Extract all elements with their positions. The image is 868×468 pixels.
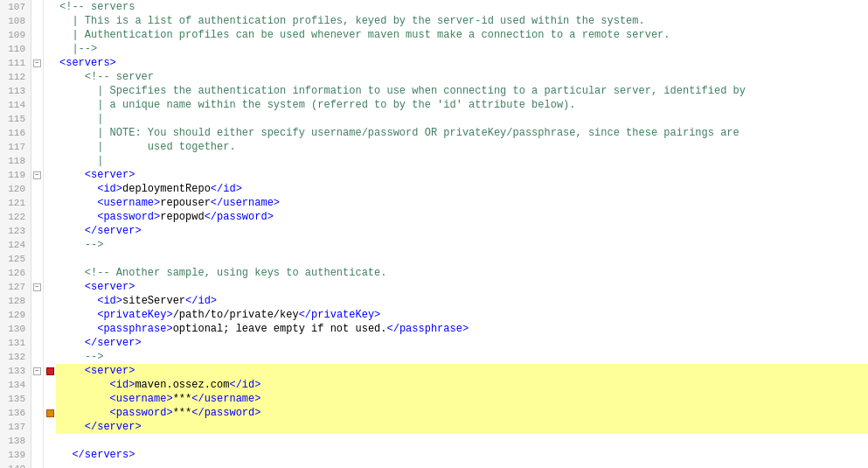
fold-gutter (31, 420, 44, 434)
code-content: <username>***</username> (56, 392, 260, 406)
code-line: 127− <server> (0, 280, 868, 294)
line-number: 134 (0, 378, 31, 392)
code-line: 113 | Specifies the authentication infor… (0, 84, 868, 98)
marker-gutter (44, 420, 56, 434)
code-area[interactable]: 107<!-- servers108 | This is a list of a… (0, 0, 868, 468)
line-number: 110 (0, 42, 31, 56)
marker-gutter (44, 14, 56, 28)
marker-gutter (44, 462, 56, 468)
marker-gutter (44, 98, 56, 112)
code-content: <!-- Another sample, using keys to authe… (56, 266, 386, 280)
line-number: 117 (0, 140, 31, 154)
code-line: 139 </servers> (0, 448, 868, 462)
fold-gutter[interactable]: − (31, 168, 44, 182)
line-number: 127 (0, 280, 31, 294)
code-content: | used together. (56, 140, 236, 154)
code-content: --> (56, 350, 103, 364)
code-line: 122 <password>repopwd</password> (0, 210, 868, 224)
fold-gutter (31, 182, 44, 196)
code-line: 128 <id>siteServer</id> (0, 294, 868, 308)
line-number: 129 (0, 308, 31, 322)
code-content (56, 434, 59, 448)
fold-gutter[interactable]: − (31, 56, 44, 70)
code-line: 134 <id>maven.ossez.com</id> (0, 378, 868, 392)
marker-gutter (44, 224, 56, 238)
code-content: | (56, 112, 103, 126)
code-content: </servers> (56, 448, 135, 462)
marker-gutter (44, 84, 56, 98)
fold-gutter (31, 70, 44, 84)
code-line: 110 |--> (0, 42, 868, 56)
code-line: 117 | used together. (0, 140, 868, 154)
code-line: 140 (0, 462, 868, 468)
line-number: 118 (0, 154, 31, 168)
code-line: 126 <!-- Another sample, using keys to a… (0, 266, 868, 280)
fold-gutter (31, 98, 44, 112)
fold-gutter (31, 336, 44, 350)
code-line: 123 </server> (0, 224, 868, 238)
code-line: 119− <server> (0, 168, 868, 182)
fold-gutter (31, 462, 44, 468)
marker-gutter (44, 140, 56, 154)
marker-gutter (44, 126, 56, 140)
line-number: 111 (0, 56, 31, 70)
marker-gutter (44, 392, 56, 406)
line-number: 125 (0, 252, 31, 266)
fold-gutter (31, 434, 44, 448)
code-line: 133− <server> (0, 364, 868, 378)
code-content: <password>***</password> (56, 406, 260, 420)
line-number: 128 (0, 294, 31, 308)
marker-gutter (44, 434, 56, 448)
marker-gutter (44, 406, 56, 420)
marker-gutter (44, 280, 56, 294)
line-number: 115 (0, 112, 31, 126)
code-line: 116 | NOTE: You should either specify us… (0, 126, 868, 140)
line-number: 120 (0, 182, 31, 196)
code-line: 115 | (0, 112, 868, 126)
warning-marker-icon (46, 409, 54, 417)
code-content: <id>maven.ossez.com</id> (56, 378, 260, 392)
marker-gutter (44, 364, 56, 378)
marker-gutter (44, 308, 56, 322)
code-content: | NOTE: You should either specify userna… (56, 126, 740, 140)
code-line: 138 (0, 434, 868, 448)
code-content: <server> (56, 280, 135, 294)
code-content: </server> (56, 224, 142, 238)
fold-gutter (31, 42, 44, 56)
fold-gutter (31, 224, 44, 238)
marker-gutter (44, 378, 56, 392)
code-content (56, 252, 59, 266)
fold-minus-icon[interactable]: − (33, 59, 41, 67)
code-content: | Authentication profiles can be used wh… (56, 28, 670, 42)
code-content: --> (56, 238, 103, 252)
fold-gutter (31, 238, 44, 252)
code-content (56, 462, 59, 468)
marker-gutter (44, 0, 56, 14)
code-line: 112 <!-- server (0, 70, 868, 84)
marker-gutter (44, 70, 56, 84)
code-content: <id>siteServer</id> (56, 294, 217, 308)
code-content: </server> (56, 336, 142, 350)
line-number: 122 (0, 210, 31, 224)
code-content: <password>repopwd</password> (56, 210, 274, 224)
fold-gutter[interactable]: − (31, 280, 44, 294)
code-content: | a unique name within the system (refer… (56, 98, 576, 112)
line-number: 132 (0, 350, 31, 364)
code-content: <!-- server (56, 70, 154, 84)
marker-gutter (44, 350, 56, 364)
fold-gutter (31, 126, 44, 140)
fold-gutter (31, 210, 44, 224)
fold-minus-icon[interactable]: − (33, 283, 41, 291)
line-number: 124 (0, 238, 31, 252)
code-content: <!-- servers (56, 0, 135, 14)
marker-gutter (44, 112, 56, 126)
line-number: 123 (0, 224, 31, 238)
fold-minus-icon[interactable]: − (33, 367, 41, 375)
fold-gutter[interactable]: − (31, 364, 44, 378)
code-line: 107<!-- servers (0, 0, 868, 14)
line-number: 109 (0, 28, 31, 42)
fold-minus-icon[interactable]: − (33, 171, 41, 179)
marker-gutter (44, 294, 56, 308)
fold-gutter (31, 140, 44, 154)
code-line: 135 <username>***</username> (0, 392, 868, 406)
